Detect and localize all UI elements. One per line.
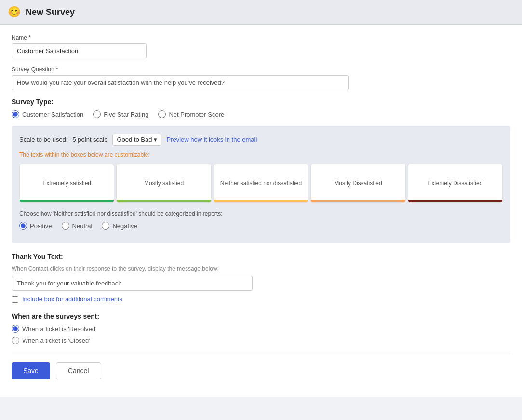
- main-content: Name * Survey Question * Survey Type: Cu…: [0, 25, 522, 397]
- survey-question-label: Survey Question *: [12, 66, 510, 73]
- scale-type-label: 5 point scale: [72, 136, 107, 143]
- scale-box-4-bar: [311, 200, 405, 202]
- thank-you-title: Thank You Text:: [12, 253, 510, 260]
- preview-link[interactable]: Preview how it looks in the email: [166, 136, 257, 143]
- radio-closed[interactable]: When a ticket is 'Closed': [12, 337, 90, 344]
- scale-box-1[interactable]: Extremely satisfied: [19, 164, 114, 203]
- scale-box-3-bar: [214, 200, 308, 202]
- scale-box-1-bar: [20, 200, 114, 202]
- radio-closed-input[interactable]: [12, 337, 19, 344]
- radio-csat[interactable]: [12, 110, 19, 118]
- survey-type-radio-group: Customer Satisfaction Five Star Rating N…: [12, 110, 510, 118]
- radio-closed-label: When a ticket is 'Closed': [22, 337, 90, 344]
- categorize-text: Choose how 'Neither satisfied nor dissat…: [19, 210, 503, 217]
- scale-box-3-label: Neither satisfied nor dissatisfied: [220, 180, 302, 187]
- radio-option-csat[interactable]: Customer Satisfaction: [12, 110, 83, 118]
- radio-negative[interactable]: Negative: [102, 222, 137, 230]
- scale-dropdown[interactable]: Good to Bad ▾: [112, 134, 161, 146]
- scale-boxes-container: Extremely satisfied Mostly satisfied Nei…: [19, 164, 503, 203]
- name-input[interactable]: [12, 43, 147, 58]
- scale-box-2-label: Mostly satisfied: [144, 180, 184, 187]
- scale-box-2[interactable]: Mostly satisfied: [116, 164, 211, 203]
- radio-negative-label: Negative: [112, 222, 137, 230]
- radio-positive-input[interactable]: [19, 222, 27, 230]
- survey-type-label: Survey Type:: [12, 98, 510, 106]
- save-button[interactable]: Save: [12, 362, 50, 379]
- scale-header-row: Scale to be used: 5 point scale Good to …: [19, 134, 503, 146]
- radio-option-fivestar[interactable]: Five Star Rating: [93, 110, 148, 118]
- thank-you-input[interactable]: [12, 276, 253, 291]
- header-icon: 😊: [8, 6, 21, 18]
- page-header: 😊 New Survey: [0, 0, 522, 25]
- radio-neutral-input[interactable]: [62, 222, 69, 230]
- additional-comments-row: Include box for additional comments: [12, 296, 510, 303]
- cancel-button[interactable]: Cancel: [56, 362, 101, 379]
- radio-option-nps[interactable]: Net Promoter Score: [158, 110, 224, 118]
- name-field-group: Name *: [12, 34, 510, 58]
- radio-nps-label: Net Promoter Score: [169, 111, 224, 118]
- scale-box-3[interactable]: Neither satisfied nor dissatisfied: [214, 164, 308, 203]
- radio-neutral-label: Neutral: [72, 222, 93, 230]
- radio-resolved-label: When a ticket is 'Resolved': [22, 325, 97, 333]
- scale-to-be-used-label: Scale to be used:: [19, 136, 67, 143]
- scale-box-4-label: Mostly Dissatisfied: [334, 180, 382, 187]
- radio-nps[interactable]: [158, 110, 166, 118]
- radio-fivestar-label: Five Star Rating: [104, 111, 148, 118]
- radio-positive[interactable]: Positive: [19, 222, 52, 230]
- scale-box-4[interactable]: Mostly Dissatisfied: [310, 164, 405, 203]
- footer-buttons: Save Cancel: [12, 354, 510, 387]
- radio-positive-label: Positive: [30, 222, 52, 230]
- when-sent-section: When are the surveys sent: When a ticket…: [12, 312, 510, 344]
- scale-box-1-label: Extremely satisfied: [42, 180, 91, 187]
- page-title: New Survey: [26, 7, 75, 17]
- scale-box-5-bar: [408, 200, 502, 202]
- radio-resolved[interactable]: When a ticket is 'Resolved': [12, 325, 97, 333]
- scale-box-5-label: Extemely Dissatisfied: [428, 180, 482, 187]
- scale-box-5[interactable]: Extemely Dissatisfied: [408, 164, 503, 203]
- when-sent-title: When are the surveys sent:: [12, 312, 510, 320]
- radio-resolved-input[interactable]: [12, 325, 19, 333]
- scale-dropdown-value: Good to Bad: [117, 136, 152, 143]
- scale-panel: Scale to be used: 5 point scale Good to …: [12, 126, 510, 243]
- chevron-down-icon: ▾: [154, 136, 157, 143]
- thank-you-section: Thank You Text: When Contact clicks on t…: [12, 253, 510, 303]
- customizable-hint: The texts within the boxes below are cus…: [19, 151, 503, 158]
- when-sent-radio-group: When a ticket is 'Resolved' When a ticke…: [12, 325, 510, 344]
- name-label: Name *: [12, 34, 510, 41]
- radio-negative-input[interactable]: [102, 222, 109, 230]
- categorize-radio-group: Positive Neutral Negative: [19, 222, 503, 230]
- survey-type-group: Survey Type: Customer Satisfaction Five …: [12, 98, 510, 118]
- radio-csat-label: Customer Satisfaction: [22, 111, 83, 118]
- survey-question-input[interactable]: [12, 75, 349, 90]
- thank-you-desc: When Contact clicks on their response to…: [12, 265, 510, 272]
- survey-question-field-group: Survey Question *: [12, 66, 510, 90]
- additional-comments-label: Include box for additional comments: [22, 296, 122, 303]
- scale-box-2-bar: [117, 200, 211, 202]
- radio-neutral[interactable]: Neutral: [62, 222, 93, 230]
- additional-comments-checkbox[interactable]: [12, 296, 18, 303]
- radio-fivestar[interactable]: [93, 110, 101, 118]
